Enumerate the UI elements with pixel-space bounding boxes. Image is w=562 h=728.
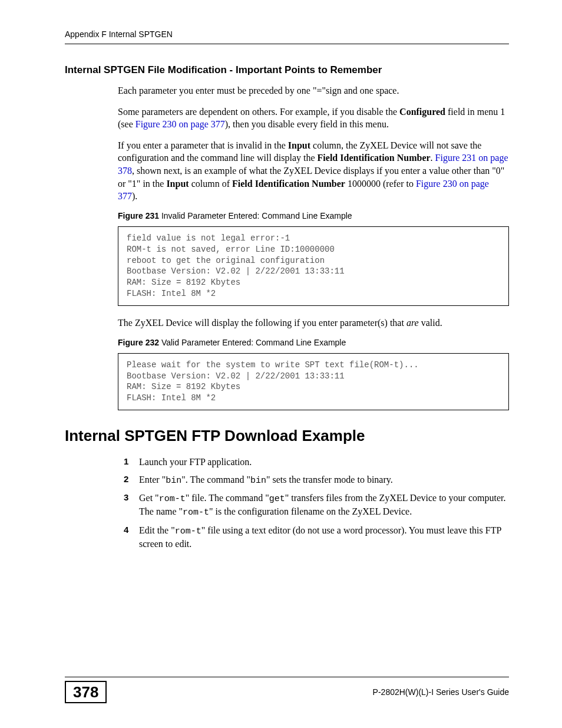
text: Enter " xyxy=(139,475,166,485)
list-item: 2 Enter "bin". The command "bin" sets th… xyxy=(124,473,509,487)
figure-caption: Figure 231 Invalid Parameter Entered: Co… xyxy=(118,211,509,220)
text: ". The command " xyxy=(181,475,250,485)
step-number: 3 xyxy=(124,492,128,503)
footer-guide-title: P-2802H(W)(L)-I Series User's Guide xyxy=(373,687,509,697)
paragraph: Each parameter you enter must be precede… xyxy=(118,84,509,97)
paragraph: Some parameters are dependent on others.… xyxy=(118,106,509,131)
bold-text: Field Identification Number xyxy=(232,179,345,189)
footer-row: 378 P-2802H(W)(L)-I Series User's Guide xyxy=(65,681,509,703)
text: ). xyxy=(132,191,137,201)
footer-rule xyxy=(65,677,509,677)
text: " is the configuration filename on the Z… xyxy=(209,506,412,516)
code-text: get xyxy=(269,494,285,504)
text: The ZyXEL Device will display the follow… xyxy=(118,318,406,328)
bold-text: Field Identification Number xyxy=(318,153,431,163)
text: Get " xyxy=(139,493,159,503)
running-header: Appendix F Internal SPTGEN xyxy=(65,29,509,39)
figure-title: Valid Parameter Entered: Command Line Ex… xyxy=(159,338,346,347)
figure-caption: Figure 232 Valid Parameter Entered: Comm… xyxy=(118,338,509,347)
figure-title: Invalid Parameter Entered: Command Line … xyxy=(159,211,352,220)
text: " file. The command " xyxy=(186,493,269,503)
step-number: 4 xyxy=(124,524,128,536)
paragraph: The ZyXEL Device will display the follow… xyxy=(118,317,509,330)
text: Launch your FTP application. xyxy=(139,457,252,467)
text: valid. xyxy=(419,318,442,328)
cross-reference-link[interactable]: Figure 230 on page 377 xyxy=(135,119,225,129)
bold-text: Input xyxy=(166,179,189,189)
step-number: 1 xyxy=(124,456,128,467)
text: Some parameters are dependent on others.… xyxy=(118,107,399,117)
step-number: 2 xyxy=(124,473,128,485)
code-text: bin xyxy=(166,476,181,486)
page-content: Appendix F Internal SPTGEN Internal SPTG… xyxy=(0,0,562,550)
text: . xyxy=(431,153,435,163)
text: column of xyxy=(189,179,232,189)
text: " sets the transfer mode to binary. xyxy=(266,475,393,485)
list-item: 1 Launch your FTP application. xyxy=(124,456,509,469)
code-text: rom-t xyxy=(183,508,209,518)
figure-number: Figure 231 xyxy=(118,211,159,220)
code-example: field value is not legal error:-1 ROM-t … xyxy=(118,226,509,306)
figure-number: Figure 232 xyxy=(118,338,159,347)
bold-text: Input xyxy=(288,140,310,150)
code-text: rom-t xyxy=(159,494,186,504)
paragraph: If you enter a parameter that is invalid… xyxy=(118,139,509,203)
italic-text: are xyxy=(406,318,419,328)
code-text: bin xyxy=(250,476,266,486)
bold-text: Configured xyxy=(399,107,445,117)
text: ), then you disable every field in this … xyxy=(225,119,389,129)
list-item: 3 Get "rom-t" file. The command "get" tr… xyxy=(124,492,509,519)
content-block: Each parameter you enter must be precede… xyxy=(118,84,509,410)
text: Edit the " xyxy=(139,525,175,535)
code-example: Please wait for the system to write SPT … xyxy=(118,353,509,411)
list-item: 4 Edit the "rom-t" file using a text edi… xyxy=(124,524,509,551)
page-footer: 378 P-2802H(W)(L)-I Series User's Guide xyxy=(65,677,509,703)
text: 1000000 (refer to xyxy=(345,179,416,189)
ordered-list: 1 Launch your FTP application. 2 Enter "… xyxy=(124,456,509,550)
header-rule xyxy=(65,44,509,44)
subheading: Internal SPTGEN File Modification - Impo… xyxy=(65,64,509,76)
text: If you enter a parameter that is invalid… xyxy=(118,140,288,150)
page-number: 378 xyxy=(65,681,107,703)
section-heading: Internal SPTGEN FTP Download Example xyxy=(65,427,509,445)
code-text: rom-t xyxy=(175,526,201,536)
